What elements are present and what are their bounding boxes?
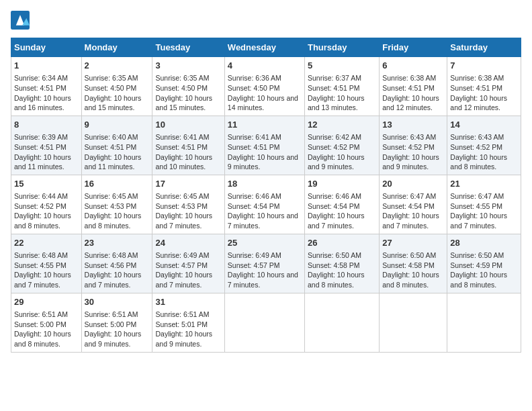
day-number: 10: [155, 119, 221, 131]
calendar-cell: 29Sunrise: 6:51 AMSunset: 5:00 PMDayligh…: [11, 293, 82, 352]
day-info: Sunrise: 6:47 AMSunset: 4:54 PMDaylight:…: [382, 191, 444, 231]
header-tuesday: Tuesday: [152, 38, 224, 57]
day-info: Sunrise: 6:36 AMSunset: 4:50 PMDaylight:…: [228, 73, 302, 113]
day-number: 26: [308, 237, 376, 249]
calendar-cell: 9Sunrise: 6:40 AMSunset: 4:51 PMDaylight…: [81, 116, 152, 175]
day-number: 2: [85, 60, 150, 72]
day-info: Sunrise: 6:41 AMSunset: 4:51 PMDaylight:…: [228, 132, 302, 172]
calendar-cell: 23Sunrise: 6:48 AMSunset: 4:56 PMDayligh…: [81, 234, 152, 293]
calendar-cell: 21Sunrise: 6:47 AMSunset: 4:55 PMDayligh…: [447, 175, 521, 234]
day-number: 15: [14, 178, 79, 190]
day-info: Sunrise: 6:49 AMSunset: 4:57 PMDaylight:…: [155, 250, 221, 290]
header-saturday: Saturday: [447, 38, 521, 57]
day-number: 17: [155, 178, 221, 190]
day-info: Sunrise: 6:34 AMSunset: 4:51 PMDaylight:…: [14, 73, 79, 113]
calendar-cell: 28Sunrise: 6:50 AMSunset: 4:59 PMDayligh…: [447, 234, 521, 293]
calendar-cell: 13Sunrise: 6:43 AMSunset: 4:52 PMDayligh…: [380, 116, 447, 175]
calendar-cell: [380, 293, 447, 352]
day-number: 12: [308, 119, 376, 131]
calendar-cell: 5Sunrise: 6:37 AMSunset: 4:51 PMDaylight…: [304, 57, 379, 116]
calendar-cell: 15Sunrise: 6:44 AMSunset: 4:52 PMDayligh…: [11, 175, 82, 234]
header-thursday: Thursday: [304, 38, 379, 57]
day-number: 8: [14, 119, 79, 131]
day-number: 7: [450, 60, 518, 72]
day-info: Sunrise: 6:44 AMSunset: 4:52 PMDaylight:…: [14, 191, 79, 231]
day-info: Sunrise: 6:48 AMSunset: 4:55 PMDaylight:…: [14, 250, 79, 290]
calendar-cell: 22Sunrise: 6:48 AMSunset: 4:55 PMDayligh…: [11, 234, 82, 293]
calendar-cell: 11Sunrise: 6:41 AMSunset: 4:51 PMDayligh…: [224, 116, 304, 175]
logo-icon: [11, 11, 30, 30]
calendar-cell: 24Sunrise: 6:49 AMSunset: 4:57 PMDayligh…: [152, 234, 224, 293]
calendar-week-1: 1Sunrise: 6:34 AMSunset: 4:51 PMDaylight…: [11, 57, 521, 116]
calendar-cell: 18Sunrise: 6:46 AMSunset: 4:54 PMDayligh…: [224, 175, 304, 234]
day-info: Sunrise: 6:42 AMSunset: 4:52 PMDaylight:…: [308, 132, 376, 172]
calendar-cell: 31Sunrise: 6:51 AMSunset: 5:01 PMDayligh…: [152, 293, 224, 352]
day-info: Sunrise: 6:46 AMSunset: 4:54 PMDaylight:…: [228, 191, 302, 231]
day-info: Sunrise: 6:35 AMSunset: 4:50 PMDaylight:…: [85, 73, 150, 113]
calendar-cell: 16Sunrise: 6:45 AMSunset: 4:53 PMDayligh…: [81, 175, 152, 234]
day-number: 27: [382, 237, 444, 249]
day-number: 30: [85, 296, 150, 308]
calendar-cell: 1Sunrise: 6:34 AMSunset: 4:51 PMDaylight…: [11, 57, 82, 116]
calendar-week-5: 29Sunrise: 6:51 AMSunset: 5:00 PMDayligh…: [11, 293, 521, 352]
day-number: 18: [228, 178, 302, 190]
day-number: 11: [228, 119, 302, 131]
day-info: Sunrise: 6:50 AMSunset: 4:58 PMDaylight:…: [382, 250, 444, 290]
calendar-cell: 10Sunrise: 6:41 AMSunset: 4:51 PMDayligh…: [152, 116, 224, 175]
day-info: Sunrise: 6:48 AMSunset: 4:56 PMDaylight:…: [85, 250, 150, 290]
day-info: Sunrise: 6:50 AMSunset: 4:59 PMDaylight:…: [450, 250, 518, 290]
calendar-cell: [304, 293, 379, 352]
day-info: Sunrise: 6:51 AMSunset: 5:00 PMDaylight:…: [14, 310, 79, 349]
header-sunday: Sunday: [11, 38, 82, 57]
header-monday: Monday: [81, 38, 152, 57]
calendar-cell: 26Sunrise: 6:50 AMSunset: 4:58 PMDayligh…: [304, 234, 379, 293]
day-number: 3: [155, 60, 221, 72]
day-info: Sunrise: 6:38 AMSunset: 4:51 PMDaylight:…: [382, 73, 444, 113]
day-number: 20: [382, 178, 444, 190]
day-number: 29: [14, 296, 79, 308]
calendar-week-3: 15Sunrise: 6:44 AMSunset: 4:52 PMDayligh…: [11, 175, 521, 234]
header-friday: Friday: [380, 38, 447, 57]
day-info: Sunrise: 6:51 AMSunset: 5:01 PMDaylight:…: [155, 310, 221, 349]
day-info: Sunrise: 6:45 AMSunset: 4:53 PMDaylight:…: [85, 191, 150, 231]
day-info: Sunrise: 6:46 AMSunset: 4:54 PMDaylight:…: [308, 191, 376, 231]
day-number: 9: [85, 119, 150, 131]
calendar-cell: 3Sunrise: 6:35 AMSunset: 4:50 PMDaylight…: [152, 57, 224, 116]
calendar-cell: 30Sunrise: 6:51 AMSunset: 5:00 PMDayligh…: [81, 293, 152, 352]
calendar-week-4: 22Sunrise: 6:48 AMSunset: 4:55 PMDayligh…: [11, 234, 521, 293]
calendar-table: SundayMondayTuesdayWednesdayThursdayFrid…: [11, 38, 521, 353]
calendar-cell: [447, 293, 521, 352]
calendar-cell: 25Sunrise: 6:49 AMSunset: 4:57 PMDayligh…: [224, 234, 304, 293]
day-info: Sunrise: 6:50 AMSunset: 4:58 PMDaylight:…: [308, 250, 376, 290]
day-number: 21: [450, 178, 518, 190]
calendar-week-2: 8Sunrise: 6:39 AMSunset: 4:51 PMDaylight…: [11, 116, 521, 175]
day-number: 25: [228, 237, 302, 249]
day-number: 23: [85, 237, 150, 249]
day-info: Sunrise: 6:43 AMSunset: 4:52 PMDaylight:…: [450, 132, 518, 172]
calendar-cell: 6Sunrise: 6:38 AMSunset: 4:51 PMDaylight…: [380, 57, 447, 116]
calendar-cell: 17Sunrise: 6:45 AMSunset: 4:53 PMDayligh…: [152, 175, 224, 234]
day-number: 4: [228, 60, 302, 72]
calendar-cell: [224, 293, 304, 352]
calendar-cell: 2Sunrise: 6:35 AMSunset: 4:50 PMDaylight…: [81, 57, 152, 116]
calendar-cell: 19Sunrise: 6:46 AMSunset: 4:54 PMDayligh…: [304, 175, 379, 234]
day-number: 28: [450, 237, 518, 249]
calendar-cell: 27Sunrise: 6:50 AMSunset: 4:58 PMDayligh…: [380, 234, 447, 293]
calendar-header-row: SundayMondayTuesdayWednesdayThursdayFrid…: [11, 38, 521, 57]
day-number: 13: [382, 119, 444, 131]
day-info: Sunrise: 6:37 AMSunset: 4:51 PMDaylight:…: [308, 73, 376, 113]
day-number: 24: [155, 237, 221, 249]
calendar-cell: 12Sunrise: 6:42 AMSunset: 4:52 PMDayligh…: [304, 116, 379, 175]
day-info: Sunrise: 6:39 AMSunset: 4:51 PMDaylight:…: [14, 132, 79, 172]
calendar-cell: 8Sunrise: 6:39 AMSunset: 4:51 PMDaylight…: [11, 116, 82, 175]
calendar-cell: 20Sunrise: 6:47 AMSunset: 4:54 PMDayligh…: [380, 175, 447, 234]
day-number: 14: [450, 119, 518, 131]
day-info: Sunrise: 6:51 AMSunset: 5:00 PMDaylight:…: [85, 310, 150, 349]
calendar-cell: 14Sunrise: 6:43 AMSunset: 4:52 PMDayligh…: [447, 116, 521, 175]
calendar-cell: 7Sunrise: 6:38 AMSunset: 4:51 PMDaylight…: [447, 57, 521, 116]
day-number: 5: [308, 60, 376, 72]
day-number: 6: [382, 60, 444, 72]
logo: [11, 11, 32, 30]
day-info: Sunrise: 6:45 AMSunset: 4:53 PMDaylight:…: [155, 191, 221, 231]
day-info: Sunrise: 6:49 AMSunset: 4:57 PMDaylight:…: [228, 250, 302, 290]
